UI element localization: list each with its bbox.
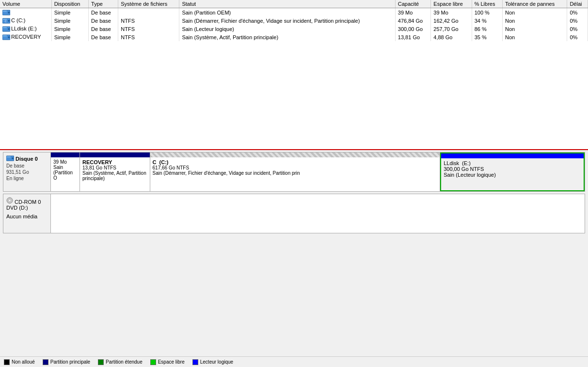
table-cell: 86 % xyxy=(472,25,502,33)
col-disposition: Disposition xyxy=(51,0,88,8)
svg-point-15 xyxy=(12,157,14,159)
table-cell: Simple xyxy=(51,8,88,17)
table-header-row: Volume Disposition Type Système de fichi… xyxy=(0,0,588,8)
table-cell: Sain (Démarrer, Fichier d'échange, Vidag… xyxy=(179,16,395,25)
col-volume: Volume xyxy=(0,0,51,8)
table-row[interactable]: RECOVERYSimpleDe baseNTFSSain (Système, … xyxy=(0,33,588,41)
legend-color-logical xyxy=(192,359,198,365)
table-cell: De base xyxy=(89,25,118,33)
table-cell xyxy=(118,8,179,17)
table-cell: Sain (Système, Actif, Partition principa… xyxy=(179,33,395,41)
disk-map-section: Disque 0 De base 931,51 Go En ligne 39 M… xyxy=(0,150,588,249)
legend-color-extended xyxy=(98,359,104,365)
disk0-partitions: 39 Mo Sain (Partition O RECOVERY 13,81 G… xyxy=(51,153,585,191)
table-cell: Simple xyxy=(51,16,88,25)
table-cell: 4,88 Go xyxy=(431,33,472,41)
legend-color-primary xyxy=(43,359,48,365)
col-delay: Délai xyxy=(567,0,588,8)
table-row[interactable]: LLdisk (E:)SimpleDe baseNTFSSain (Lecteu… xyxy=(0,25,588,33)
cell-volume: C C (C:) xyxy=(0,16,51,25)
table-cell: NTFS xyxy=(118,33,179,41)
table-cell: NTFS xyxy=(118,16,179,25)
col-filesystem: Système de fichiers xyxy=(118,0,179,8)
table-cell: Non xyxy=(503,16,567,25)
disk-management-window: Volume Disposition Type Système de fichi… xyxy=(0,0,588,367)
col-pct: % Libres xyxy=(472,0,502,8)
disk0-status: En ligne xyxy=(6,176,48,181)
svg-point-12 xyxy=(8,36,10,38)
cdrom-icon xyxy=(6,199,15,205)
col-capacity: Capacité xyxy=(395,0,431,8)
svg-rect-14 xyxy=(7,156,11,157)
cdrom-row: CD-ROM 0 DVD (D:) Aucun média xyxy=(3,194,585,233)
partition-lldisk[interactable]: LLdisk (E:) 300,00 Go NTFS Sain (Lecteur… xyxy=(441,153,584,180)
table-cell: 0% xyxy=(567,25,588,33)
bottom-area: Non alloué Partition principale Partitio… xyxy=(0,249,588,367)
col-type: Type xyxy=(89,0,118,8)
legend-unallocated: Non alloué xyxy=(4,359,35,365)
table-cell: 39 Mo xyxy=(431,8,472,17)
table-cell: Non xyxy=(503,8,567,17)
table-cell: 257,70 Go xyxy=(431,25,472,33)
cdrom-content xyxy=(51,194,585,233)
svg-rect-11 xyxy=(3,35,7,36)
partition-recovery[interactable]: RECOVERY 13,81 Go NTFS Sain (Système, Ac… xyxy=(80,153,150,191)
table-row[interactable]: SimpleDe baseSain (Partition OEM)39 Mo39… xyxy=(0,8,588,17)
table-cell: 162,42 Go xyxy=(431,16,472,25)
table-cell: NTFS xyxy=(118,25,179,33)
table-cell: Sain (Partition OEM) xyxy=(179,8,395,17)
svg-point-9 xyxy=(8,28,10,30)
svg-point-5 xyxy=(8,20,10,22)
legend-color-free xyxy=(150,359,156,365)
legend-extended: Partition étendue xyxy=(98,359,143,365)
svg-rect-8 xyxy=(3,27,7,28)
disk0-type: De base xyxy=(6,163,48,168)
table-cell: 0% xyxy=(567,16,588,25)
table-cell: 300,00 Go xyxy=(395,25,431,33)
table-cell: De base xyxy=(89,33,118,41)
table-cell: 0% xyxy=(567,33,588,41)
disk0-size: 931,51 Go xyxy=(6,169,48,175)
partition-c[interactable]: C (C:) 617,66 Go NTFS Sain (Démarrer, Fi… xyxy=(150,153,441,191)
table-cell: 0% xyxy=(567,8,588,17)
table-cell: 476,84 Go xyxy=(395,16,431,25)
cell-volume xyxy=(0,8,51,17)
disk0-label: Disque 0 De base 931,51 Go En ligne xyxy=(3,153,51,191)
table-cell: 100 % xyxy=(472,8,502,17)
table-cell: Non xyxy=(503,25,567,33)
table-cell: De base xyxy=(89,16,118,25)
volume-table: Volume Disposition Type Système de fichi… xyxy=(0,0,588,41)
cell-volume: LLdisk (E:) xyxy=(0,25,51,33)
partition-lldisk-wrapper: LLdisk (E:) 300,00 Go NTFS Sain (Lecteur… xyxy=(440,153,585,191)
table-cell: Simple xyxy=(51,33,88,41)
disk-hd-icon xyxy=(6,155,14,162)
disk0-name: Disque 0 xyxy=(6,155,48,162)
col-status: Statut xyxy=(179,0,395,8)
legend-primary: Partition principale xyxy=(43,359,90,365)
cell-volume: RECOVERY xyxy=(0,33,51,41)
legend-bar: Non alloué Partition principale Partitio… xyxy=(0,356,588,367)
legend-logical: Lecteur logique xyxy=(192,359,233,365)
legend-free: Espace libre xyxy=(150,359,185,365)
col-fault: Tolérance de pannes xyxy=(503,0,567,8)
table-cell: Sain (Lecteur logique) xyxy=(179,25,395,33)
table-cell: 13,81 Go xyxy=(395,33,431,41)
table-cell: Non xyxy=(503,33,567,41)
col-free: Espace libre xyxy=(431,0,472,8)
svg-point-17 xyxy=(9,199,11,201)
volume-table-section: Volume Disposition Type Système de fichi… xyxy=(0,0,588,150)
svg-point-2 xyxy=(8,12,10,14)
table-cell: 39 Mo xyxy=(395,8,431,17)
table-row[interactable]: C C (C:)SimpleDe baseNTFSSain (Démarrer,… xyxy=(0,16,588,25)
table-cell: 34 % xyxy=(472,16,502,25)
svg-rect-1 xyxy=(3,11,7,12)
table-cell: 35 % xyxy=(472,33,502,41)
partition-oem[interactable]: 39 Mo Sain (Partition O xyxy=(51,153,80,191)
table-cell: De base xyxy=(89,8,118,17)
table-cell: Simple xyxy=(51,25,88,33)
cdrom-label: CD-ROM 0 DVD (D:) Aucun média xyxy=(3,194,51,233)
legend-color-unallocated xyxy=(4,359,10,365)
disk0-row: Disque 0 De base 931,51 Go En ligne 39 M… xyxy=(3,152,585,192)
svg-text:C: C xyxy=(5,20,7,23)
